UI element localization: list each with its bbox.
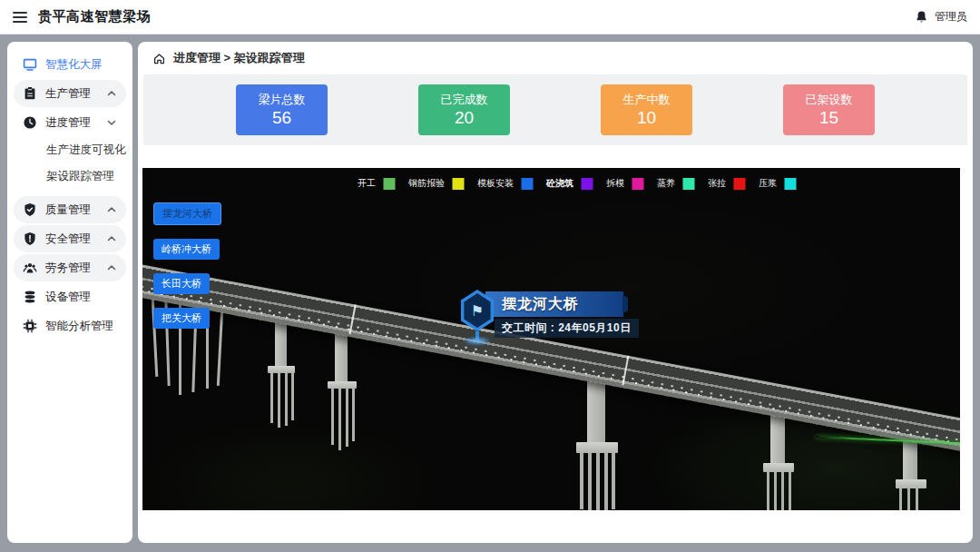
sidebar-subitem-label: 架设跟踪管理 [46, 169, 114, 184]
bridge-selector: 摆龙河大桥 岭桥冲大桥 长田大桥 把关大桥 [153, 202, 221, 329]
clock-icon [23, 115, 37, 130]
sidebar-item-production[interactable]: 生产管理 [14, 80, 126, 107]
sidebar-subitem-erection-tracking[interactable]: 架设跟踪管理 [14, 164, 126, 189]
bridge-button-bailonghe[interactable]: 摆龙河大桥 [153, 202, 221, 225]
chevron-up-icon [106, 204, 117, 215]
bridge-pier [903, 440, 917, 481]
bridge-pier [335, 333, 348, 383]
database-icon [23, 290, 37, 304]
sidebar-item-smart-analysis[interactable]: 智能分析管理 [14, 312, 126, 340]
sidebar-subitem-label: 生产进度可视化 [46, 143, 126, 158]
current-user[interactable]: 管理员 [935, 9, 967, 25]
bell-icon[interactable] [915, 10, 928, 24]
flag-marker-icon: ⚑ [458, 290, 496, 331]
legend-swatch [521, 178, 533, 190]
stat-label: 已完成数 [418, 92, 510, 107]
bridge-pile [338, 389, 341, 450]
stat-card-erected[interactable]: 已架设数 15 [783, 84, 875, 135]
chevron-up-icon [106, 88, 117, 99]
legend-item: 张拉 [708, 177, 745, 190]
sidebar-item-label: 生产管理 [45, 86, 98, 102]
sidebar-item-equipment[interactable]: 设备管理 [14, 283, 126, 310]
pier-cap [328, 381, 357, 389]
shield-alert-icon [23, 232, 37, 246]
bridge-pile [580, 453, 583, 509]
sidebar-item-label: 智慧化大屏 [45, 57, 117, 73]
bridge-popup-handover-date: 交工时间 : 24年05月10日 [495, 319, 639, 338]
app-title: 贵平高速智慧梁场 [38, 8, 151, 25]
sidebar-item-label: 劳务管理 [45, 261, 98, 276]
legend-item: 开工 [358, 177, 395, 190]
bridge-pier [770, 415, 785, 465]
sidebar-item-labor[interactable]: 劳务管理 [14, 254, 126, 281]
legend-item: 蒸养 [657, 177, 694, 190]
sidebar-item-label: 智能分析管理 [45, 319, 117, 334]
stats-band: 梁片总数 56 已完成数 20 生产中数 10 已架设数 15 [143, 74, 967, 145]
bridge-pile [781, 472, 784, 510]
sidebar-item-label: 质量管理 [45, 202, 98, 218]
stat-card-completed[interactable]: 已完成数 20 [418, 84, 510, 135]
sidebar-item-progress[interactable]: 进度管理 [14, 109, 126, 136]
marker-glow [465, 337, 490, 345]
legend-swatch [383, 178, 395, 190]
sidebar: 智慧化大屏 生产管理 进度管理 [7, 42, 132, 543]
menu-toggle-icon[interactable] [13, 12, 27, 23]
top-bar: 贵平高速智慧梁场 管理员 [0, 0, 980, 34]
chip-icon [23, 319, 37, 333]
legend-item: 压浆 [759, 177, 796, 190]
stat-label: 梁片总数 [236, 92, 328, 107]
breadcrumb: 进度管理 > 架设跟踪管理 [138, 42, 973, 74]
chevron-up-icon [106, 233, 117, 244]
status-legend: 开工 钢筋报验 模板安装 砼浇筑 拆模 蒸养 张拉 压浆 [358, 177, 796, 190]
clipboard-icon [23, 86, 37, 101]
bridge-pile [789, 472, 791, 510]
bridge-button-lingqiaochong[interactable]: 岭桥冲大桥 [153, 239, 220, 260]
bridge-pile [767, 472, 769, 510]
bridge-pile [916, 488, 918, 510]
bridge-button-changtian[interactable]: 长田大桥 [153, 273, 210, 294]
stat-value: 56 [236, 107, 328, 128]
bridge-pile [907, 488, 910, 510]
pier-cap [576, 442, 618, 453]
legend-swatch [733, 178, 745, 190]
chevron-up-icon [106, 262, 117, 273]
bridge-pile [612, 453, 615, 509]
sidebar-subitem-production-visualization[interactable]: 生产进度可视化 [14, 138, 126, 163]
app-root: 贵平高速智慧梁场 管理员 智慧化大屏 生产管理 [0, 0, 980, 552]
pier-cap [268, 366, 295, 373]
bridge-3d-scene[interactable]: 开工 钢筋报验 模板安装 砼浇筑 拆模 蒸养 张拉 压浆 摆龙河大桥 岭桥冲大桥… [142, 168, 960, 510]
bridge-pile [604, 453, 608, 510]
stat-value: 10 [601, 107, 692, 128]
bridge-button-baguan[interactable]: 把关大桥 [153, 308, 210, 329]
stat-label: 已架设数 [783, 92, 875, 107]
bridge-pile [899, 488, 902, 510]
stat-label: 生产中数 [601, 92, 692, 107]
bridge-pile [331, 389, 334, 445]
bridge-pile [270, 373, 273, 423]
legend-swatch [452, 178, 464, 190]
deck-joint [349, 304, 357, 334]
stat-value: 20 [418, 107, 510, 128]
stat-card-in-production[interactable]: 生产中数 10 [601, 84, 692, 135]
legend-swatch [581, 178, 593, 190]
home-icon[interactable] [152, 52, 166, 65]
sidebar-item-smart-screen[interactable]: 智慧化大屏 [14, 51, 126, 78]
stat-value: 15 [783, 107, 875, 128]
bridge-pile [588, 453, 592, 510]
bridge-pile [285, 373, 288, 426]
sidebar-item-label: 设备管理 [45, 290, 117, 305]
monitor-icon [23, 57, 37, 72]
breadcrumb-text: 进度管理 > 架设跟踪管理 [173, 50, 305, 66]
shield-check-icon [23, 202, 37, 217]
bridge-pile [596, 453, 600, 510]
sidebar-item-safety[interactable]: 安全管理 [14, 225, 126, 252]
bridge-pile [346, 389, 348, 447]
legend-swatch [632, 178, 643, 190]
stat-card-total-beams[interactable]: 梁片总数 56 [236, 84, 328, 135]
sidebar-item-label: 安全管理 [45, 232, 98, 247]
bridge-pier [587, 380, 605, 444]
bridge-pier [275, 322, 287, 368]
chevron-down-icon [106, 117, 117, 128]
sidebar-item-quality[interactable]: 质量管理 [14, 196, 126, 223]
sidebar-item-label: 进度管理 [45, 115, 98, 131]
